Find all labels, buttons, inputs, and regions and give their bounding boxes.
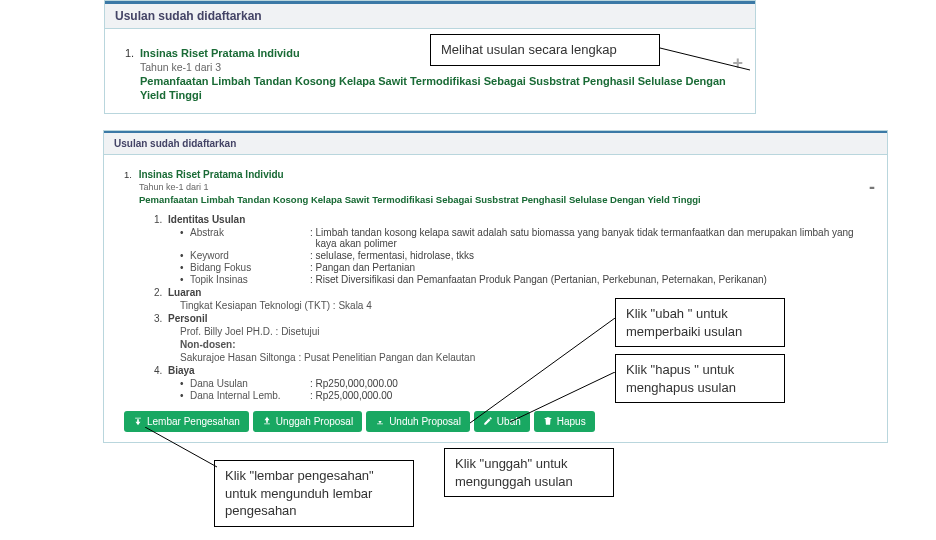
connector-line — [510, 372, 620, 427]
year-line: Tahun ke-1 dari 1 — [139, 182, 875, 192]
section-luaran: 2.Luaran — [154, 287, 875, 298]
upload-icon — [262, 416, 272, 426]
download-icon — [375, 416, 385, 426]
annotation-hapus: Klik "hapus " untuk menghapus usulan — [615, 354, 785, 403]
download-icon — [133, 416, 143, 426]
svg-line-0 — [660, 48, 750, 70]
scheme-title: Insinas Riset Pratama Individu — [140, 47, 300, 59]
item-number: 1. — [125, 47, 137, 59]
unduh-proposal-button[interactable]: Unduh Proposal — [366, 411, 470, 432]
connector-line — [660, 40, 765, 75]
panel-header: Usulan sudah didaftarkan — [105, 1, 755, 29]
kv-keyword: •Keyword: selulase, fermentasi, hidrolas… — [180, 250, 875, 261]
proposal-title: Pemanfaatan Limbah Tandan Kosong Kelapa … — [139, 194, 875, 206]
annotation-melihat: Melihat usulan secara lengkap — [430, 34, 660, 66]
panel-header: Usulan sudah didaftarkan — [104, 131, 887, 155]
proposal-title: Pemanfaatan Limbah Tandan Kosong Kelapa … — [140, 75, 743, 103]
connector-line — [145, 427, 220, 472]
svg-line-3 — [145, 427, 217, 467]
kv-abstrak: •Abstrak: Limbah tandan kosong kelapa sa… — [180, 227, 875, 249]
annotation-ubah: Klik "ubah " untuk memperbaiki usulan — [615, 298, 785, 347]
kv-topik: •Topik Insinas: Riset Diversifikasi dan … — [180, 274, 875, 285]
section-identitas: 1.Identitas Usulan — [154, 214, 875, 225]
annotation-unggah: Klik "unggah" untuk mengunggah usulan — [444, 448, 614, 497]
unggah-proposal-button[interactable]: Unggah Proposal — [253, 411, 362, 432]
item-number: 1. — [124, 169, 136, 180]
scheme-title: Insinas Riset Pratama Individu — [139, 169, 284, 180]
svg-line-2 — [510, 372, 615, 422]
collapse-icon[interactable]: - — [869, 177, 875, 198]
annotation-pengesahan: Klik "lembar pengesahan" untuk mengunduh… — [214, 460, 414, 527]
kv-bidang: •Bidang Fokus: Pangan dan Pertanian — [180, 262, 875, 273]
